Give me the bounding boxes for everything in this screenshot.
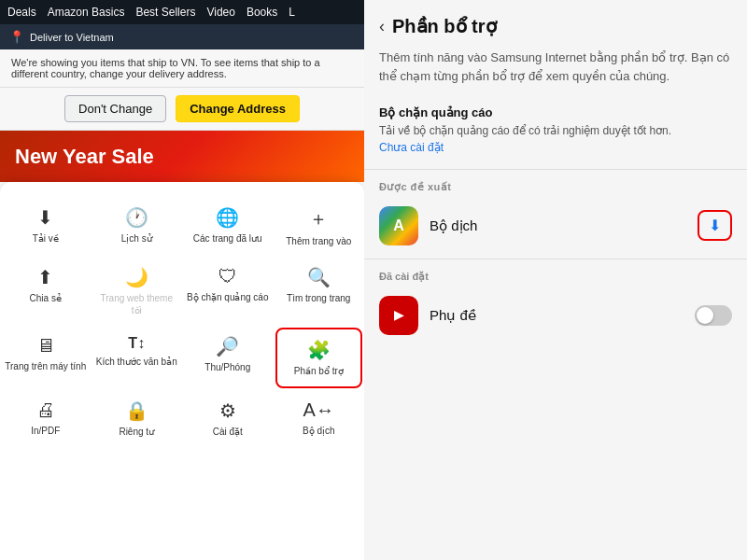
history-icon: 🕐 — [125, 206, 148, 229]
ext-name-phu-de: Phụ đề — [430, 307, 684, 324]
menu-item-settings[interactable]: ⚙ Cài đặt — [182, 390, 274, 447]
ext-name-bo-dich: Bộ dịch — [430, 217, 686, 234]
panel-description: Thêm tính năng vào Samsung Internet bằng… — [364, 45, 747, 96]
divider2 — [364, 259, 747, 259]
divider — [364, 169, 747, 170]
menu-label-translate: Bộ dịch — [303, 425, 335, 437]
suggested-label: Được đề xuất — [364, 174, 747, 197]
amazon-nav: Deals Amazon Basics Best Sellers Video B… — [0, 0, 364, 24]
menu-item-text-size[interactable]: T↕ Kích thước văn bản — [92, 326, 183, 390]
menu-label-private: Riêng tư — [119, 426, 154, 438]
menu-grid: ⬇ Tải về 🕐 Lịch sử 🌐 Các trang đã lưu ＋ … — [0, 197, 364, 447]
menu-item-zoom[interactable]: 🔎 Thu/Phóng — [182, 326, 274, 390]
menu-item-share[interactable]: ⬆ Chia sẻ — [0, 257, 92, 326]
find-in-page-icon: 🔍 — [307, 266, 331, 288]
menu-label-dark-web: Trang web theme tối — [95, 292, 179, 316]
menu-item-dark-web[interactable]: 🌙 Trang web theme tối — [92, 257, 183, 326]
menu-label-zoom: Thu/Phóng — [204, 361, 250, 373]
menu-label-text-size: Kích thước văn bản — [96, 356, 177, 368]
desktop-icon: 🖥 — [36, 335, 55, 357]
download-ext-icon: ⬇ — [709, 217, 721, 234]
ext-item-bo-dich: A Bộ dịch ⬇ — [364, 197, 747, 255]
menu-item-ad-block[interactable]: 🛡 Bộ chặn quảng cáo — [182, 257, 274, 326]
ad-block-desc: Tải về bộ chặn quảng cáo để có trải nghi… — [364, 123, 747, 141]
sale-banner: New Year Sale — [0, 131, 364, 182]
menu-item-add-tab[interactable]: ＋ Thêm trang vào — [274, 197, 365, 257]
menu-label-settings: Cài đặt — [213, 426, 243, 438]
print-icon: 🖨 — [36, 399, 55, 421]
menu-label-find-in-page: Tìm trong trang — [287, 292, 350, 304]
panel-header: ‹ Phần bổ trợ — [364, 0, 747, 45]
nav-more[interactable]: L — [289, 6, 295, 19]
ad-block-link[interactable]: Chưa cài đặt — [364, 141, 747, 165]
ad-block-title: Bộ chặn quảng cáo — [364, 96, 747, 123]
dont-change-button[interactable]: Don't Change — [64, 95, 166, 122]
delivery-text: Deliver to Vietnam — [30, 32, 114, 43]
left-panel: Deals Amazon Basics Best Sellers Video B… — [0, 0, 364, 560]
right-panel: ‹ Phần bổ trợ Thêm tính năng vào Samsung… — [364, 0, 747, 560]
ad-block-icon: 🛡 — [218, 266, 237, 287]
delivery-banner: 📍 Deliver to Vietnam — [0, 24, 364, 49]
translate-icon: A↔ — [303, 399, 334, 421]
menu-label-ad-block: Bộ chặn quảng cáo — [187, 291, 269, 303]
dark-web-icon: 🌙 — [125, 266, 148, 288]
download-extension-button[interactable]: ⬇ — [698, 210, 732, 241]
share-icon: ⬆ — [37, 266, 53, 288]
menu-item-history[interactable]: 🕐 Lịch sử — [92, 197, 183, 257]
zoom-icon: 🔎 — [216, 335, 239, 357]
bottom-menu: ⬇ Tải về 🕐 Lịch sử 🌐 Các trang đã lưu ＋ … — [0, 182, 364, 560]
location-icon: 📍 — [9, 30, 24, 44]
nav-best-sellers[interactable]: Best Sellers — [135, 6, 195, 19]
menu-item-find-in-page[interactable]: 🔍 Tìm trong trang — [274, 257, 365, 326]
menu-label-desktop: Trang trên máy tính — [5, 360, 86, 372]
menu-label-download: Tải về — [33, 232, 59, 245]
nav-deals[interactable]: Deals — [7, 6, 36, 19]
menu-item-download[interactable]: ⬇ Tải về — [0, 197, 92, 257]
warning-box: We're showing you items that ship to VN.… — [0, 49, 364, 88]
nav-books[interactable]: Books — [247, 6, 277, 19]
ext-item-phu-de: ▶ Phụ đề — [364, 287, 747, 344]
panel-title: Phần bổ trợ — [392, 15, 497, 37]
menu-label-add-tab: Thêm trang vào — [286, 235, 351, 247]
menu-item-desktop[interactable]: 🖥 Trang trên máy tính — [0, 326, 92, 390]
saved-pages-icon: 🌐 — [216, 206, 239, 229]
subtitle-ext-icon: ▶ — [379, 296, 418, 335]
warning-text: We're showing you items that ship to VN.… — [11, 57, 320, 79]
menu-label-print: In/PDF — [31, 425, 60, 437]
menu-item-private[interactable]: 🔒 Riêng tư — [92, 390, 183, 447]
menu-label-extensions: Phần bổ trợ — [294, 365, 344, 377]
text-size-icon: T↕ — [128, 335, 145, 352]
menu-item-translate[interactable]: A↔ Bộ dịch — [274, 390, 365, 447]
menu-label-share: Chia sẻ — [30, 292, 62, 304]
add-tab-icon: ＋ — [309, 206, 328, 231]
private-icon: 🔒 — [125, 399, 148, 422]
menu-item-extensions[interactable]: 🧩 Phần bổ trợ — [275, 328, 363, 388]
change-address-button[interactable]: Change Address — [176, 95, 300, 122]
menu-item-print[interactable]: 🖨 In/PDF — [0, 390, 92, 447]
installed-label: Đã cài đặt — [364, 263, 747, 287]
subtitle-toggle[interactable] — [695, 305, 732, 326]
ad-block-section: Bộ chặn quảng cáo Tải về bộ chặn quảng c… — [364, 96, 747, 165]
sale-text: New Year Sale — [15, 145, 154, 169]
nav-video[interactable]: Video — [206, 6, 234, 19]
menu-item-saved-pages[interactable]: 🌐 Các trang đã lưu — [182, 197, 274, 257]
menu-label-history: Lịch sử — [121, 232, 152, 245]
nav-amazon-basics[interactable]: Amazon Basics — [48, 6, 125, 19]
translate-ext-icon: A — [379, 206, 418, 245]
settings-icon: ⚙ — [219, 399, 236, 422]
menu-label-saved-pages: Các trang đã lưu — [193, 232, 262, 245]
button-row: Don't Change Change Address — [0, 88, 364, 131]
back-arrow-icon[interactable]: ‹ — [379, 17, 385, 36]
extensions-icon: 🧩 — [307, 339, 331, 361]
download-icon: ⬇ — [37, 206, 53, 229]
